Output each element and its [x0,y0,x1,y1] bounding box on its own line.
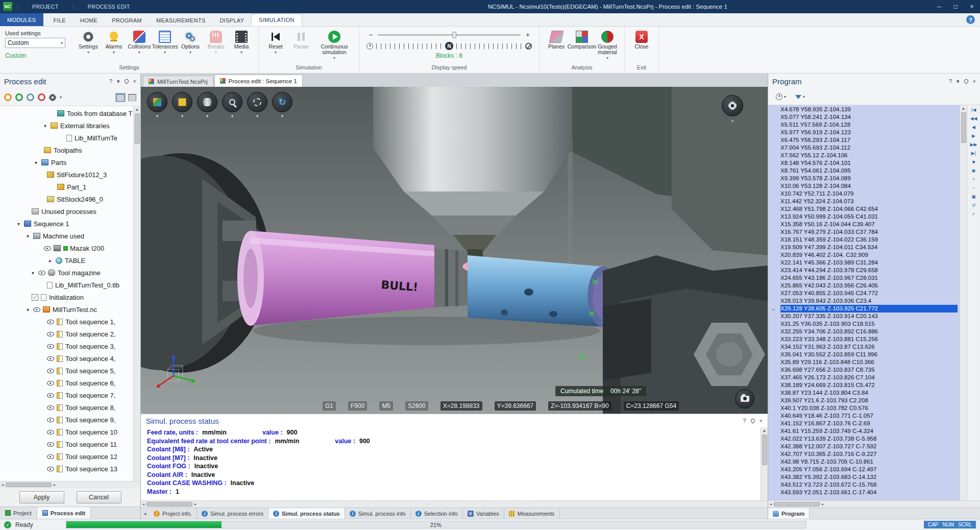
chevron-down-icon[interactable]: ▾ [117,78,120,85]
ribbon-button[interactable]: Alarms [101,29,127,55]
speed-slider-thumb[interactable] [452,32,456,38]
tree-item[interactable]: StlStock2496_0 [0,193,133,205]
refresh-process-icon[interactable] [27,93,34,101]
program-line[interactable]: X42.98 Y8.715 Z-103.705 C-10.861 [768,458,960,466]
info-tab[interactable]: Simul. process status [268,508,345,519]
scrollbar-thumb[interactable] [146,502,192,507]
cancel-button[interactable]: Cancel [77,491,121,503]
info-tab[interactable]: Measurements [504,508,560,519]
ribbon-button[interactable]: Breaks [203,29,229,55]
tree-item[interactable]: Tool sequence 3, [0,340,133,352]
program-line[interactable]: X36.698 Y27.656 Z-103.837 C8.735 [768,366,960,374]
view-orientation-button[interactable] [147,92,167,112]
info-tab[interactable]: Selection info [411,508,463,519]
display-mode-button[interactable] [172,92,192,112]
close-simulation-button[interactable]: Close [629,29,654,51]
visibility-icon[interactable] [38,271,45,275]
used-settings-combo[interactable]: Custom ▾ [5,38,65,48]
help-icon[interactable]: ? [743,418,746,424]
tree-item[interactable]: Tool magazine [0,267,133,279]
visibility-icon[interactable] [44,246,51,251]
expander-icon[interactable] [32,270,37,276]
rotate-view-button[interactable]: ↻ [272,92,292,112]
ribbon-button[interactable]: Tolerances [152,29,178,55]
visibility-icon[interactable] [47,467,54,471]
ribbon-button[interactable]: Media [229,29,254,55]
reload-icon[interactable]: ↺ [972,203,976,208]
program-line[interactable]: X16.767 Y49.279 Z-104.033 C37.784 [768,228,960,236]
scrollbar-thumb[interactable] [6,483,52,487]
tree-item[interactable]: Tool sequence 7, [0,389,133,401]
tree-item[interactable]: Tool sequence 2, [0,328,133,340]
tree-item[interactable]: Tool sequence 1, [0,316,133,328]
program-line[interactable]: X18.151 Y48.359 Z-104.022 C36.159 [768,236,960,244]
tree-item[interactable]: Toolpaths [0,144,133,156]
ribbon-tab[interactable]: HOME [73,15,105,26]
program-line[interactable]: X7.562 Y55.12 Z-104.106 [768,152,960,159]
ribbon-button[interactable]: Planes [544,29,569,51]
detail-view-icon[interactable] [128,94,136,101]
program-line[interactable]: X19.509 Y47.399 Z-104.011 C34.534 [768,244,960,251]
create-process-icon[interactable] [4,93,12,101]
info-tab[interactable]: Variables [463,508,504,519]
info-tab[interactable]: Simul. process info [345,508,411,519]
tree-item[interactable]: Tool sequence 8, [0,401,133,414]
forward-icon[interactable]: ▶▶ [970,142,977,147]
program-line[interactable]: X35.041 Y30.552 Z-103.859 C11.996 [768,351,960,358]
ribbon-button[interactable]: Pause [288,29,314,51]
help-icon[interactable]: ? [966,15,975,24]
tree-item[interactable]: Parts [0,156,133,168]
tree-item[interactable]: Tool sequence 9, [0,414,133,426]
zoom-in-icon[interactable]: + [972,177,975,182]
left-panel-tab[interactable]: Project [0,507,37,519]
tree-item[interactable]: Tool sequence 10 [0,426,133,438]
program-line[interactable]: X27.053 Y40.855 Z-103.945 C24.772 [768,290,960,297]
program-line[interactable]: X41.61 Y15.259 Z-103.749 C-4.324 [768,427,960,435]
tree-item[interactable]: Sequence 1 [0,218,133,230]
visibility-icon[interactable] [47,405,54,410]
program-line[interactable]: X13.924 Y50.999 Z-104.055 C41.031 [768,213,960,221]
program-line[interactable]: X31.25 Y36.035 Z-103.903 C18.515 [768,320,960,328]
scrollbar-thumb[interactable] [961,112,966,143]
tree-item[interactable]: Lib_MillTurnTe [0,132,133,144]
scrollbar-thumb[interactable] [135,113,140,144]
tab-scroll-left-button[interactable]: ◂ [141,508,149,519]
play-icon[interactable]: ▶ [972,133,975,138]
program-line[interactable]: X42.707 Y10.365 Z-103.716 C-9.227 [768,450,960,458]
quick-group-process-edit[interactable]: PROCESS EDIT [73,4,144,10]
program-line[interactable]: X35.89 Y29.116 Z-103.848 C10.366 [768,358,960,366]
program-line[interactable]: X43.382 Y5.392 Z-103.683 C-14.132 [768,473,960,481]
pin-icon[interactable] [963,78,969,84]
tree-item[interactable]: External libraries [0,119,133,132]
program-line[interactable]: X5.077 Y58.241 Z-104.134 [768,113,960,121]
program-line[interactable]: X5.977 Y56.919 Z-104.123 [768,129,960,136]
document-tab[interactable]: Process edit : Sequence 1 [214,75,303,87]
program-line[interactable]: X6.475 Y56.293 Z-104.117 [768,136,960,144]
speed-ticks[interactable] [376,43,442,49]
program-line[interactable]: X7.004 Y55.693 Z-104.112 [768,144,960,152]
info-tab[interactable]: Simul. process errors [197,508,268,519]
tree-item[interactable]: Tool sequence 12 [0,450,133,463]
program-line[interactable]: X8.761 Y54.061 Z-104.095 [768,167,960,175]
program-line[interactable]: X30.207 Y37.335 Z-103.914 C20.143 [768,312,960,320]
program-line[interactable]: X39.507 Y21.6 Z-103.793 C2.208 [768,397,960,404]
tree-item[interactable]: Tool sequence 13 [0,463,133,475]
view-settings-button[interactable] [722,95,743,116]
go-first-icon[interactable]: |◀ [971,107,976,112]
tree-hscrollbar[interactable]: ◂▸ [0,481,140,488]
ribbon-tab[interactable]: MODULES [0,13,43,26]
ribbon-button[interactable]: Comparison [569,29,595,51]
apply-button[interactable]: Apply [19,491,64,503]
visibility-icon[interactable] [47,344,54,349]
pin-icon[interactable] [124,78,129,84]
program-line[interactable]: X38.87 Y23.144 Z-103.804 C3.84 [768,389,960,397]
filter-button[interactable]: ▾ [792,92,808,101]
program-scrollbar[interactable]: ▲ [960,105,967,500]
maximize-button[interactable]: □ [947,0,964,13]
capture-button[interactable] [735,389,754,408]
close-icon[interactable]: × [760,418,763,424]
stop-icon[interactable]: ■ [972,159,975,164]
close-button[interactable]: × [964,0,980,13]
list-view-icon[interactable] [116,94,125,101]
program-line[interactable]: X40.1 Y20.038 Z-103.782 C0.576 [768,404,960,412]
